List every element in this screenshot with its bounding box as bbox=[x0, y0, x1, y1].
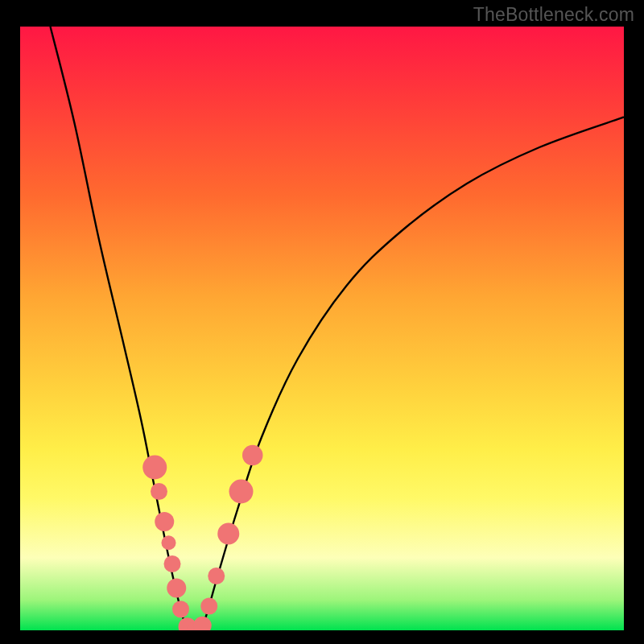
data-marker bbox=[151, 483, 167, 500]
data-marker bbox=[217, 523, 239, 545]
curve-right-branch bbox=[201, 118, 624, 631]
data-marker bbox=[229, 480, 254, 504]
data-marker bbox=[242, 445, 263, 466]
chart-svg bbox=[20, 27, 624, 630]
data-marker bbox=[208, 568, 225, 584]
data-marker bbox=[155, 512, 174, 531]
chart-plot-area bbox=[20, 27, 624, 630]
watermark-text: TheBottleneck.com bbox=[473, 4, 634, 26]
data-marker bbox=[142, 456, 167, 480]
data-marker bbox=[164, 555, 181, 572]
data-marker bbox=[193, 617, 212, 630]
data-marker bbox=[200, 598, 217, 615]
data-marker bbox=[167, 579, 186, 598]
data-marker bbox=[172, 601, 189, 617]
data-marker bbox=[162, 535, 176, 550]
